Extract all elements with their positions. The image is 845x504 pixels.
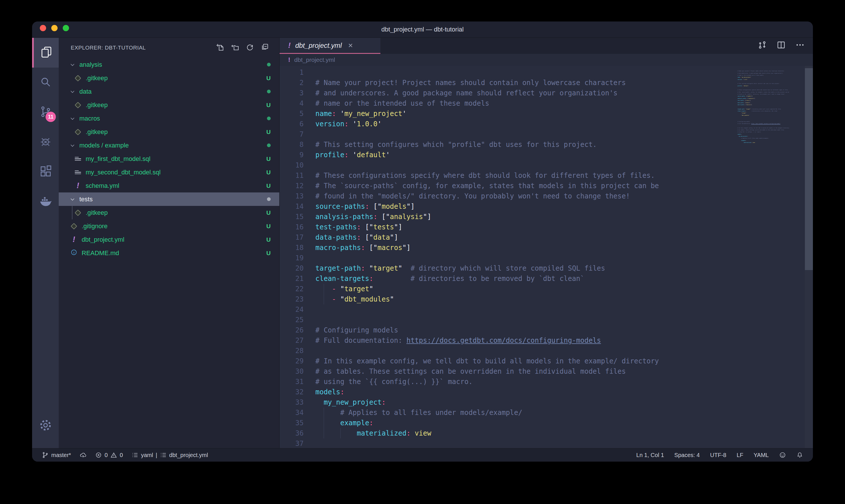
code-line[interactable]: 1 (280, 67, 736, 78)
code-line[interactable]: 37 (280, 438, 736, 449)
cloud-upload-icon (79, 452, 87, 459)
line-number: 33 (280, 397, 304, 408)
code-line[interactable]: 14source-paths: ["models"] (280, 201, 736, 212)
activity-explorer[interactable] (32, 38, 59, 68)
code-line[interactable]: 29# In this example config, we tell dbt … (280, 356, 736, 366)
tree-item-dbt-project-yml[interactable]: !dbt_project.ymlU (59, 233, 279, 246)
code-line[interactable]: 9profile: 'default' (280, 150, 736, 160)
activity-source-control[interactable]: 11 (32, 97, 59, 127)
code-line[interactable]: 33 my_new_project: (280, 397, 736, 408)
code-line[interactable]: 13# found in the "models/" directory. Yo… (280, 191, 736, 201)
split-editor-icon[interactable] (776, 40, 786, 51)
git-status-badge: U (266, 182, 271, 189)
refresh-icon[interactable] (246, 43, 254, 53)
line-number: 18 (280, 242, 304, 253)
tree-item-readme-md[interactable]: README.mdU (59, 246, 279, 260)
language-mode[interactable]: YAML (754, 452, 769, 458)
yaml-lint-status[interactable]: yaml | dbt_project.yml (131, 452, 208, 459)
tree-item-my-second-dbt-model-sql[interactable]: my_second_dbt_model.sqlU (59, 165, 279, 179)
code-line[interactable]: 21clean-targets: # directories to be rem… (280, 273, 736, 284)
minimap-line: # found in the "models/" directory. You … (738, 93, 805, 95)
code-line[interactable]: 19 (280, 253, 736, 263)
tree-item-macros[interactable]: macros (59, 112, 279, 125)
tab-dbt-project-yml[interactable]: ! dbt_project.yml × (280, 38, 380, 54)
errors-icon (95, 452, 102, 459)
minimap[interactable]: # Name your project! Project names shoul… (732, 66, 805, 448)
activity-debug[interactable] (32, 127, 59, 157)
tree-item-my-first-dbt-model-sql[interactable]: my_first_dbt_model.sqlU (59, 152, 279, 165)
code-line[interactable]: 32models: (280, 387, 736, 397)
tree-item-gitkeep[interactable]: .gitkeepU (59, 125, 279, 139)
code-line[interactable]: 34 # Applies to all files under models/e… (280, 408, 736, 418)
tree-item-data[interactable]: data (59, 85, 279, 98)
tree-item-gitkeep[interactable]: .gitkeepU (59, 71, 279, 85)
breadcrumb[interactable]: ! dbt_project.yml (280, 54, 813, 66)
git-status-badge: U (266, 236, 271, 243)
explorer-title: EXPLORER: DBT-TUTORIAL (71, 45, 146, 51)
code-line[interactable]: 27# Full documentation: https://docs.get… (280, 335, 736, 346)
tree-item-models-example[interactable]: models / example (59, 139, 279, 152)
cursor-position[interactable]: Ln 1, Col 1 (636, 452, 664, 458)
publish-status[interactable] (79, 452, 87, 459)
indentation-setting[interactable]: Spaces: 4 (674, 452, 700, 458)
minimize-window-button[interactable] (51, 25, 58, 31)
code-line[interactable]: 35 example: (280, 418, 736, 428)
git-branch-status[interactable]: master* (42, 452, 71, 459)
code-line[interactable]: 5name: 'my_new_project' (280, 109, 736, 119)
code-editor[interactable]: 12# Name your project! Project names sho… (280, 66, 813, 448)
line-number: 20 (280, 263, 304, 273)
code-line[interactable]: 25 (280, 315, 736, 325)
code-line[interactable]: 17data-paths: ["data"] (280, 232, 736, 242)
code-line[interactable]: 11# These configurations specify where d… (280, 170, 736, 181)
collapse-all-icon[interactable] (260, 43, 269, 53)
code-line[interactable]: 10 (280, 160, 736, 170)
tree-item-schema-yml[interactable]: !schema.ymlU (59, 179, 279, 193)
code-line[interactable]: 23 - "dbt_modules" (280, 294, 736, 304)
eol-setting[interactable]: LF (737, 452, 743, 458)
problems-status[interactable]: 0 0 (95, 452, 123, 459)
code-line[interactable]: 30# as tables. These settings can be ove… (280, 366, 736, 377)
code-line[interactable]: 2# Name your project! Project names shou… (280, 78, 736, 88)
settings-button[interactable] (32, 411, 59, 441)
code-line[interactable]: 26# Configuring models (280, 325, 736, 335)
code-line[interactable]: 16test-paths: ["tests"] (280, 222, 736, 232)
zoom-window-button[interactable] (63, 25, 69, 31)
encoding-setting[interactable]: UTF-8 (710, 452, 726, 458)
code-line[interactable]: 7 (280, 129, 736, 140)
new-folder-icon[interactable] (231, 43, 239, 53)
code-line[interactable]: 22 - "target" (280, 284, 736, 294)
more-actions-icon[interactable] (795, 40, 805, 51)
code-line[interactable]: 12# The `source-paths` config, for examp… (280, 181, 736, 191)
code-line[interactable]: 6version: '1.0.0' (280, 119, 736, 129)
new-file-icon[interactable] (216, 43, 224, 53)
git-status-badge: U (266, 250, 271, 256)
tree-item-tests[interactable]: tests (59, 193, 279, 206)
code-lines[interactable]: 12# Name your project! Project names sho… (280, 67, 736, 449)
scrollbar-thumb[interactable] (805, 68, 813, 270)
code-line[interactable]: 28 (280, 346, 736, 356)
tree-item-gitkeep[interactable]: .gitkeepU (59, 206, 279, 219)
minimap-line: # using the `{{ config(...) }}` macro. (738, 131, 805, 133)
tree-item-gitignore[interactable]: .gitignoreU (59, 219, 279, 233)
code-line[interactable]: 15analysis-paths: ["analysis"] (280, 212, 736, 222)
code-line[interactable]: 8# This setting configures which "profil… (280, 140, 736, 150)
code-line[interactable]: 31# using the `{{ config(...) }}` macro. (280, 377, 736, 387)
notifications-bell-icon[interactable] (796, 452, 803, 458)
tree-item-gitkeep[interactable]: .gitkeepU (59, 98, 279, 112)
code-line[interactable]: 24 (280, 304, 736, 315)
feedback-smiley-icon[interactable] (779, 452, 786, 458)
breadcrumb-file[interactable]: dbt_project.yml (294, 56, 335, 63)
close-window-button[interactable] (40, 25, 46, 31)
line-number: 37 (280, 438, 304, 449)
code-line[interactable]: 36 materialized: view (280, 428, 736, 438)
code-line[interactable]: 3# and underscores. A good package name … (280, 88, 736, 98)
code-line[interactable]: 4# name or the intended use of these mod… (280, 98, 736, 109)
activity-search[interactable] (32, 68, 59, 97)
open-changes-icon[interactable] (757, 40, 767, 51)
code-line[interactable]: 20target-path: "target" # directory whic… (280, 263, 736, 273)
code-line[interactable]: 18macro-paths: ["macros"] (280, 242, 736, 253)
tree-item-analysis[interactable]: analysis (59, 58, 279, 71)
activity-docker[interactable] (32, 187, 59, 216)
activity-extensions[interactable] (32, 157, 59, 187)
tab-close-icon[interactable]: × (348, 41, 353, 50)
